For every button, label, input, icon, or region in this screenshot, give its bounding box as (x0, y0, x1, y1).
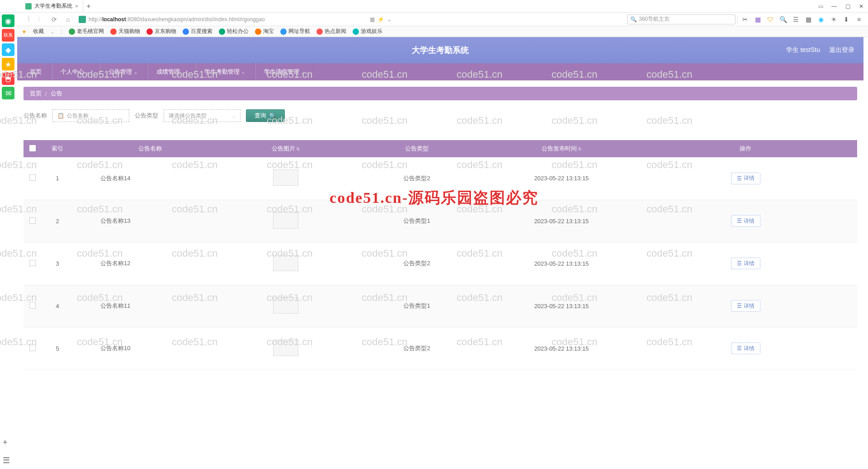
download-icon[interactable]: ⬇ (841, 14, 852, 25)
table-row: 1公告名称14公告类型22023-05-22 13:13:15☰详情 (24, 157, 857, 200)
minimize-icon[interactable]: — (827, 0, 841, 13)
bookmark-item[interactable]: 淘宝 (255, 28, 274, 35)
reload-button[interactable]: ⟳ (49, 14, 60, 25)
nav-home[interactable]: 首页 (22, 63, 50, 80)
row-checkbox[interactable] (24, 242, 42, 285)
detail-button[interactable]: ☰详情 (731, 215, 760, 227)
bookmark-icon (316, 28, 323, 35)
home-button[interactable]: ⌂ (62, 14, 73, 25)
browser-search[interactable]: 🔍 360导航主页 (627, 14, 736, 24)
app1-icon[interactable]: ◆ (2, 43, 14, 56)
settings-icon[interactable]: ☀ (828, 14, 839, 25)
clipboard-icon: 📋 (57, 113, 64, 119)
row-index: 5 (42, 327, 73, 370)
row-image (227, 157, 344, 200)
detail-icon: ☰ (737, 260, 742, 267)
detail-button[interactable]: ☰详情 (731, 173, 760, 184)
bookmark-item[interactable]: 轻松办公 (219, 28, 249, 35)
qr-icon[interactable]: ▦ (370, 16, 375, 23)
flash-icon[interactable]: ⚡ (377, 16, 384, 23)
row-name: 公告名称14 (73, 157, 227, 200)
bookmark-icon (146, 28, 153, 35)
bookmark-item[interactable]: 老毛桃官网 (69, 28, 104, 35)
logout-link[interactable]: 退出登录 (829, 46, 854, 54)
detail-button[interactable]: ☰详情 (731, 342, 760, 354)
apps-icon[interactable]: ▦ (803, 14, 814, 25)
announcement-table: 索引 公告名称 公告图片 公告类型 公告发布时间 操作 1公告名称14公告类型2… (24, 140, 857, 370)
image-placeholder-icon (273, 297, 298, 314)
weibo-icon[interactable]: ◓ (2, 72, 14, 85)
row-type: 公告类型1 (344, 200, 489, 242)
bottom-menu-icon[interactable]: ☰ (3, 455, 10, 465)
url-tools: ▦ ⚡ ⌄ (370, 16, 392, 23)
nav-attendance[interactable]: 学生考勤管理⌄ (196, 63, 254, 80)
back-button[interactable]: 〈 (22, 14, 33, 25)
close-window-icon[interactable]: ✕ (854, 0, 868, 13)
browser-tabbar: 大学生考勤系统 × + ▭ — ▢ ✕ (0, 0, 868, 13)
translate-icon[interactable]: ▦ (752, 14, 763, 25)
bookmark-item[interactable]: 京东购物 (146, 28, 176, 35)
add-button[interactable]: + (3, 438, 10, 447)
bookmark-item[interactable]: 百度搜索 (183, 28, 212, 35)
row-checkbox[interactable] (24, 157, 42, 200)
favorites-star-icon[interactable]: ★ (22, 28, 27, 35)
filter-name-input[interactable]: 📋 公告名称 (52, 109, 129, 122)
query-button[interactable]: 查询 🔍 (246, 109, 285, 122)
globe-icon[interactable]: ◉ (816, 14, 826, 25)
bookmark-item[interactable]: 游戏娱乐 (353, 28, 382, 35)
security-icon[interactable]: 🛡 (765, 14, 776, 25)
filter-name-placeholder: 公告名称 (67, 112, 89, 120)
col-image[interactable]: 公告图片 (227, 140, 344, 157)
row-checkbox[interactable] (24, 200, 42, 242)
col-checkbox[interactable] (24, 140, 42, 157)
nav-announcement[interactable]: 公告管理⌄ (100, 63, 146, 80)
star-icon[interactable]: ★ (2, 58, 14, 70)
url-field[interactable]: http://localhost:8080/daxueshengkaoqin/a… (76, 14, 365, 24)
layout-icon[interactable]: ▭ (814, 0, 827, 13)
detail-icon: ☰ (737, 303, 742, 309)
compass-icon[interactable]: ◉ (2, 14, 14, 27)
scissors-icon[interactable]: ✂ (740, 14, 750, 25)
app-nav: 首页 个人中心⌄ 公告管理⌄ 成绩管理⌄ 学生考勤管理⌄ 学生请假管理⌄ (17, 63, 863, 80)
bookmark-icon (110, 28, 117, 35)
nav-personal[interactable]: 个人中心⌄ (52, 63, 98, 80)
forward-button[interactable]: 〉 (35, 14, 46, 25)
vue-favicon-icon (25, 3, 32, 9)
table-row: 4公告名称11公告类型12023-05-22 13:13:15☰详情 (24, 285, 857, 327)
row-time: 2023-05-22 13:13:15 (489, 285, 634, 327)
new-tab-button[interactable]: + (83, 2, 94, 10)
detail-button[interactable]: ☰详情 (731, 300, 760, 312)
bookmark-icon (219, 28, 225, 35)
search-icon: 🔍 (630, 16, 637, 23)
row-checkbox[interactable] (24, 285, 42, 327)
detail-button[interactable]: ☰详情 (731, 258, 760, 269)
browser-tab[interactable]: 大学生考勤系统 × (21, 0, 83, 12)
filter-type-placeholder: 请选择公告类型 (169, 112, 207, 120)
url-dropdown-icon[interactable]: ⌄ (387, 16, 392, 23)
user-label[interactable]: 学生 testStu (786, 46, 820, 54)
row-action: ☰详情 (634, 285, 857, 327)
col-time[interactable]: 公告发布时间 (489, 140, 634, 157)
nav-grades[interactable]: 成绩管理⌄ (148, 63, 194, 80)
mail-icon[interactable]: ✉ (2, 87, 14, 99)
bookmark-bar: ★ 收藏 ⌄ | 老毛桃官网 天猫购物 京东购物 百度搜索 轻松办公 淘宝 网址… (0, 26, 868, 37)
bookmark-item[interactable]: 天猫购物 (110, 28, 140, 35)
crumb-home[interactable]: 首页 (30, 89, 42, 98)
badge-icon[interactable]: 联系 (2, 29, 14, 42)
breadcrumb: 首页 / 公告 (24, 87, 857, 100)
filter-type-select[interactable]: 请选择公告类型 ⌄ (164, 109, 241, 122)
maximize-icon[interactable]: ▢ (841, 0, 854, 13)
nav-leave[interactable]: 学生请假管理⌄ (255, 63, 313, 80)
col-type: 公告类型 (344, 140, 489, 157)
bookmark-item[interactable]: 网址导航 (280, 28, 310, 35)
image-placeholder-icon (273, 255, 298, 271)
tab-title: 大学生考勤系统 (34, 2, 72, 10)
list-icon[interactable]: ☰ (790, 14, 801, 25)
chevron-down-icon: ⌄ (241, 70, 245, 75)
zoom-icon[interactable]: 🔍 (778, 14, 788, 25)
row-checkbox[interactable] (24, 327, 42, 370)
close-icon[interactable]: × (75, 3, 78, 9)
favorites-label[interactable]: 收藏 (33, 28, 44, 35)
bookmark-item[interactable]: 热点新闻 (316, 28, 346, 35)
menu-icon[interactable]: ≡ (854, 14, 864, 25)
